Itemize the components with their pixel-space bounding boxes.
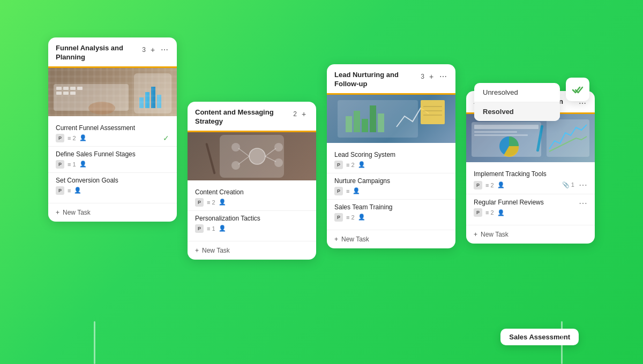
- card-lead-nurturing: Lead Nurturing and Follow-up 3 + ⋯: [327, 64, 455, 248]
- svg-rect-8: [134, 73, 171, 113]
- new-task-label: New Task: [341, 236, 369, 243]
- svg-point-22: [274, 158, 283, 167]
- plus-icon: +: [56, 209, 59, 216]
- card-1-new-task-btn[interactable]: + New Task: [48, 203, 177, 222]
- svg-rect-31: [421, 100, 445, 124]
- assignee-icon: 👤: [358, 161, 365, 168]
- svg-rect-11: [151, 87, 155, 108]
- task-sales-training-meta: P ≡ 2 👤: [334, 213, 448, 222]
- decorative-line-left: [94, 321, 95, 364]
- card-3-new-task-btn[interactable]: + New Task: [327, 230, 455, 248]
- task-nurture-campaigns-meta: P ≡ 👤: [334, 187, 448, 195]
- task-lead-scoring-meta: P ≡ 2 👤: [334, 161, 448, 169]
- task-dots-menu[interactable]: ⋯: [579, 180, 587, 190]
- task-content-creation: Content Creation P ≡ 2 👤: [188, 185, 316, 211]
- svg-point-21: [274, 143, 283, 151]
- task-funnel-reviews: Regular Funnel Reviews ⋯ P ≡ 2 👤: [466, 194, 595, 221]
- plus-icon: +: [334, 236, 338, 243]
- assignee-icon: 👤: [79, 161, 87, 168]
- task-personalization: Personalization Tactics P ≡ 1 👤: [188, 211, 316, 237]
- card-2-title: Content and Messaging Strategy: [195, 108, 293, 126]
- list-icon: ≡: [68, 187, 71, 194]
- task-define-stages-name: Define Sales Funnel Stages: [56, 150, 169, 158]
- assignee-icon: 👤: [79, 134, 87, 141]
- svg-rect-26: [346, 116, 352, 132]
- card-3-header: Lead Nurturing and Follow-up 3 + ⋯: [327, 64, 455, 95]
- assignee-icon: 👤: [497, 181, 505, 188]
- card-3-dots-btn[interactable]: ⋯: [438, 72, 448, 81]
- task-sales-training: Sales Team Training P ≡ 2 👤: [327, 200, 455, 225]
- svg-rect-9: [139, 97, 144, 108]
- task-tracking-tools-name: Implement Tracking Tools: [474, 170, 587, 178]
- svg-rect-37: [474, 131, 517, 133]
- new-task-label: New Task: [63, 209, 91, 216]
- card-1-add-btn[interactable]: +: [148, 45, 158, 55]
- svg-rect-15: [205, 143, 215, 175]
- status-dropdown[interactable]: Unresolved Resolved: [474, 83, 560, 121]
- task-nurture-campaigns: Nurture Campaigns P ≡ 👤: [327, 173, 455, 200]
- task-nurture-campaigns-name: Nurture Campaigns: [334, 177, 448, 185]
- card-2-image: [188, 132, 316, 180]
- svg-rect-4: [77, 87, 83, 90]
- task-content-creation-name: Content Creation: [195, 188, 309, 196]
- svg-point-16: [249, 148, 265, 164]
- card-1-count: 3: [142, 46, 146, 54]
- svg-rect-27: [354, 111, 360, 132]
- subtasks-icon: ≡ 1: [68, 161, 76, 168]
- task-define-stages: Define Sales Funnel Stages P ≡ 1 👤: [48, 147, 177, 173]
- task-lead-scoring-name: Lead Scoring System: [334, 151, 448, 158]
- subtasks-icon: ≡ 1: [207, 225, 215, 232]
- tooltip-sales-assessment: Sales Assessment: [500, 329, 579, 345]
- check-icon: ✓: [163, 134, 169, 142]
- svg-rect-2: [63, 87, 69, 90]
- assignee-icon: 👤: [353, 187, 360, 194]
- task-personalization-meta: P ≡ 1 👤: [195, 224, 309, 233]
- card-2-task-list: Content Creation P ≡ 2 👤 Personalization…: [188, 180, 316, 241]
- card-3-image: [327, 95, 455, 143]
- subtasks-icon: ≡ 2: [485, 209, 494, 216]
- svg-point-24: [231, 161, 240, 170]
- svg-point-23: [231, 143, 240, 151]
- card-1-header: Funnel Analysis and Planning 3 + ⋯: [48, 37, 177, 68]
- svg-rect-7: [70, 92, 76, 95]
- svg-rect-6: [63, 92, 69, 95]
- card-3-count: 3: [421, 73, 424, 80]
- list-icon: ≡: [346, 188, 349, 194]
- dropdown-item-resolved[interactable]: Resolved: [474, 102, 560, 121]
- card-1-task-list: Current Funnel Assessment P ≡ 2 👤 ✓ Defi…: [48, 116, 177, 203]
- task-dots-menu[interactable]: ⋯: [579, 198, 587, 208]
- assignee-icon: 👤: [219, 225, 226, 232]
- task-content-creation-meta: P ≡ 2 👤: [195, 198, 309, 207]
- svg-rect-12: [157, 95, 161, 108]
- card-2-add-btn[interactable]: +: [299, 109, 309, 119]
- svg-rect-0: [54, 84, 129, 111]
- card-1-dots-btn[interactable]: ⋯: [160, 45, 169, 55]
- green-check-button[interactable]: [566, 78, 589, 101]
- priority-badge: P: [195, 198, 204, 207]
- card-2-header: Content and Messaging Strategy 2 +: [188, 102, 316, 132]
- card-1-title: Funnel Analysis and Planning: [56, 44, 142, 62]
- card-2-new-task-btn[interactable]: + New Task: [188, 241, 316, 260]
- svg-rect-28: [362, 119, 368, 132]
- card-3-add-btn[interactable]: +: [427, 72, 436, 81]
- card-4-new-task-btn[interactable]: + New Task: [466, 225, 595, 244]
- svg-rect-10: [145, 92, 149, 108]
- priority-badge: P: [56, 160, 64, 169]
- priority-badge: P: [56, 134, 64, 142]
- task-current-funnel-meta: P ≡ 2 👤 ✓: [56, 134, 169, 142]
- task-define-stages-meta: P ≡ 1 👤: [56, 160, 169, 169]
- card-4-image: [466, 114, 595, 162]
- card-3-task-list: Lead Scoring System P ≡ 2 👤 Nurture Camp…: [327, 143, 455, 230]
- subtasks-icon: ≡ 2: [346, 162, 355, 168]
- subtasks-icon: ≡ 2: [485, 182, 494, 188]
- svg-rect-36: [474, 125, 539, 129]
- card-content-messaging: Content and Messaging Strategy 2 +: [188, 102, 316, 260]
- task-lead-scoring: Lead Scoring System P ≡ 2 👤: [327, 147, 455, 173]
- card-1-image: [48, 68, 177, 116]
- dropdown-item-unresolved[interactable]: Unresolved: [474, 83, 560, 102]
- task-current-funnel-name: Current Funnel Assessment: [56, 124, 169, 132]
- priority-badge: P: [474, 181, 482, 189]
- svg-rect-3: [70, 87, 76, 90]
- new-task-label: New Task: [481, 231, 509, 238]
- priority-badge: P: [195, 224, 204, 233]
